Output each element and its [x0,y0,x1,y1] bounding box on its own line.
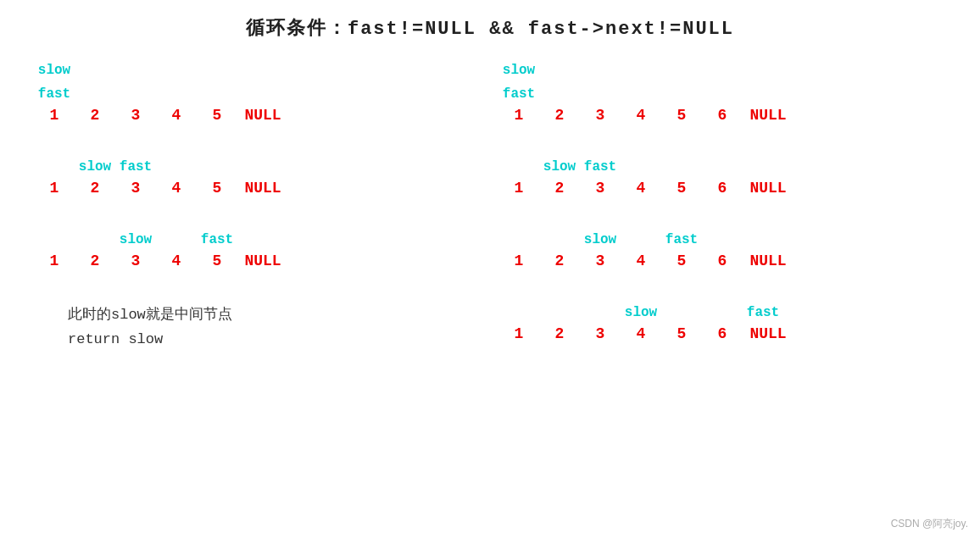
r4-node-2: 2 [539,325,580,342]
l1-node-1: 1 [34,107,75,124]
l3-node-3: 3 [115,252,156,269]
l2-node-3: 3 [115,180,156,197]
r4-node-4: 4 [621,325,661,342]
l2-node-5: 5 [197,180,237,197]
r1-node-6: 6 [702,107,743,124]
r3-node-5: 5 [661,252,702,269]
diagram-l3: slow fast 1 2 3 4 5 NULL [25,219,490,281]
r1-slow-label: slow [498,63,539,78]
left-column: slow fast 1 2 3 4 5 NULL slow fast [25,49,490,358]
r4-node-3: 3 [580,325,621,342]
l1-fast-label: fast [34,86,75,102]
r3-node-6: 6 [702,252,743,269]
l3-slow-label: slow [115,232,156,247]
l3-node-null: NULL [237,252,288,269]
note-return: return slow [68,328,482,352]
r3-slow-label: slow [580,232,621,247]
diagram-r4: slow fast 1 2 3 4 5 6 NULL [490,291,955,354]
r2-slow-fast-label: slow fast [539,159,621,175]
right-column: slow fast 1 2 3 4 5 6 NULL slow fast [490,49,955,358]
r4-node-6: 6 [702,325,743,342]
diagram-r1: slow fast 1 2 3 4 5 6 NULL [490,49,955,136]
r1-node-5: 5 [661,107,702,124]
r1-fast-label: fast [498,86,539,102]
r3-node-null: NULL [743,252,793,269]
l1-node-3: 3 [115,107,156,124]
r2-node-6: 6 [702,180,743,197]
l3-node-5: 5 [197,252,237,269]
l3-node-1: 1 [34,252,75,269]
r3-node-4: 4 [621,252,661,269]
l1-node-null: NULL [237,107,288,124]
r4-fast-label: fast [743,305,783,320]
l1-node-4: 4 [156,107,197,124]
r4-slow-label: slow [621,305,661,320]
r4-node-1: 1 [498,325,539,342]
diagram-r3: slow fast 1 2 3 4 5 6 NULL [490,219,955,281]
l1-node-2: 2 [75,107,115,124]
r3-node-2: 2 [539,252,580,269]
l2-node-2: 2 [75,180,115,197]
l1-slow-label: slow [34,63,75,78]
r1-node-2: 2 [539,107,580,124]
r3-fast-label: fast [661,232,702,247]
l2-node-1: 1 [34,180,75,197]
title: 循环条件：fast!=NULL && fast->next!=NULL [0,0,980,41]
r2-node-1: 1 [498,180,539,197]
l2-slow-fast-label: slow fast [75,159,156,175]
note-main: 此时的slow就是中间节点 [68,303,482,328]
r2-node-5: 5 [661,180,702,197]
r3-node-3: 3 [580,252,621,269]
l3-node-2: 2 [75,252,115,269]
watermark: CSDN @阿亮joy. [891,517,968,531]
r3-node-1: 1 [498,252,539,269]
l3-node-4: 4 [156,252,197,269]
l2-node-4: 4 [156,180,197,197]
r1-node-1: 1 [498,107,539,124]
r4-node-null: NULL [743,325,793,342]
r2-node-4: 4 [621,180,661,197]
r1-node-null: NULL [743,107,793,124]
l3-fast-label: fast [197,232,237,247]
l2-node-null: NULL [237,180,288,197]
r4-node-5: 5 [661,325,702,342]
r2-node-2: 2 [539,180,580,197]
l1-node-5: 5 [197,107,237,124]
r2-node-null: NULL [743,180,793,197]
r2-node-3: 3 [580,180,621,197]
r1-node-4: 4 [621,107,661,124]
diagram-l2: slow fast 1 2 3 4 5 NULL [25,146,490,208]
diagram-r2: slow fast 1 2 3 4 5 6 NULL [490,146,955,208]
diagram-l1: slow fast 1 2 3 4 5 NULL [25,49,490,136]
diagram-l4-note: 此时的slow就是中间节点 return slow [25,291,490,358]
r1-node-3: 3 [580,107,621,124]
